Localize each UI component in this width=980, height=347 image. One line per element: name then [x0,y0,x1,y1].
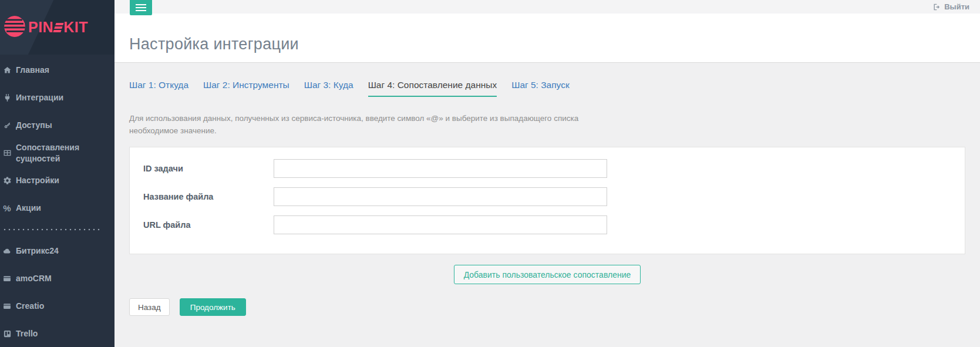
brand-logo[interactable]: PINKIT [0,0,114,55]
form-row-task-id: ID задачи [143,159,965,178]
gears-icon [2,176,12,185]
window-icon [2,274,12,283]
sidebar-item-label: Сопоставления сущностей [16,142,109,164]
form-row-file-name: Название файла [143,187,965,206]
mapping-help-text: Для использования данных, полученных из … [129,112,590,137]
sidebar-item-label: Акции [16,203,41,214]
cloud-icon [2,247,12,255]
sidebar-item-bitrix24[interactable]: Битрикс24 [0,237,114,265]
sidebar-item-label: Интеграции [16,92,63,103]
add-custom-mapping-button[interactable]: Добавить пользовательское сопоставление [454,265,641,284]
sidebar-item-label: Доступы [16,120,52,131]
logout-label: Выйти [944,2,969,11]
file-url-input[interactable] [274,215,607,234]
form-row-file-url: URL файла [143,215,965,234]
back-button[interactable]: Назад [129,298,170,316]
sidebar-item-promotions[interactable]: %Акции [0,194,114,222]
sidebar: PINKIT ГлавнаяИнтеграцииДоступыСопоставл… [0,0,114,347]
page-title: Настройка интеграции [129,35,299,53]
topbar: Выйти [114,0,980,14]
hamburger-icon [136,4,146,11]
field-label-file-name: Название файла [143,192,274,201]
sidebar-item-label: Главная [16,65,49,76]
sidebar-divider [0,222,114,237]
main-area: Выйти Настройка интеграции Шаг 1: Откуда… [114,0,980,347]
logout-link[interactable]: Выйти [932,2,969,11]
home-icon [2,66,12,75]
step-tabs: Шаг 1: ОткудаШаг 2: ИнструментыШаг 3: Ку… [129,80,965,97]
percent-icon: % [2,204,12,213]
wizard-actions: Назад Продолжить [129,298,965,316]
table-icon [2,149,12,157]
file-name-input[interactable] [274,187,607,206]
tab-step-3[interactable]: Шаг 3: Куда [304,80,353,97]
task-id-input[interactable] [274,159,607,178]
window-icon [2,302,12,311]
mapping-form-panel: ID задачиНазвание файлаURL файла [129,147,965,254]
sidebar-item-label: amoCRM [16,273,52,284]
sidebar-item-label: Битрикс24 [16,245,59,257]
sidebar-item-trello[interactable]: Trello [0,320,114,347]
tab-step-1[interactable]: Шаг 1: Откуда [129,80,188,97]
sidebar-nav: ГлавнаяИнтеграцииДоступыСопоставления су… [0,55,114,347]
plug-icon [2,93,12,102]
menu-toggle-button[interactable] [130,0,152,15]
sidebar-item-label: Настройки [16,175,59,186]
sidebar-item-label: Trello [16,328,38,339]
continue-button[interactable]: Продолжить [180,298,246,316]
tab-step-2[interactable]: Шаг 2: Инструменты [203,80,289,97]
brand-logo-ebars [53,23,64,32]
sidebar-item-access[interactable]: Доступы [0,112,114,139]
page-header: Настройка интеграции [114,14,980,63]
sidebar-item-creatio[interactable]: Creatio [0,292,114,320]
tab-step-4[interactable]: Шаг 4: Сопоставление данных [368,80,497,97]
tab-step-5[interactable]: Шаг 5: Запуск [511,80,570,97]
brand-logo-text: PINKIT [28,19,88,36]
sidebar-item-entity-mappings[interactable]: Сопоставления сущностей [0,139,114,167]
field-label-file-url: URL файла [143,220,274,230]
sidebar-item-label: Creatio [16,301,44,312]
content: Шаг 1: ОткудаШаг 2: ИнструментыШаг 3: Ку… [114,63,980,347]
sidebar-item-amocrm[interactable]: amoCRM [0,265,114,292]
trello-icon [2,329,12,338]
key-icon [2,121,12,130]
sidebar-item-settings[interactable]: Настройки [0,167,114,194]
sidebar-item-integrations[interactable]: Интеграции [0,84,114,112]
add-mapping-row: Добавить пользовательское сопоставление [129,265,965,284]
sign-out-icon [932,3,941,11]
field-label-task-id: ID задачи [143,164,274,173]
app-root: PINKIT ГлавнаяИнтеграцииДоступыСопоставл… [0,0,980,347]
brand-logo-icon [3,15,26,41]
sidebar-item-home[interactable]: Главная [0,56,114,84]
